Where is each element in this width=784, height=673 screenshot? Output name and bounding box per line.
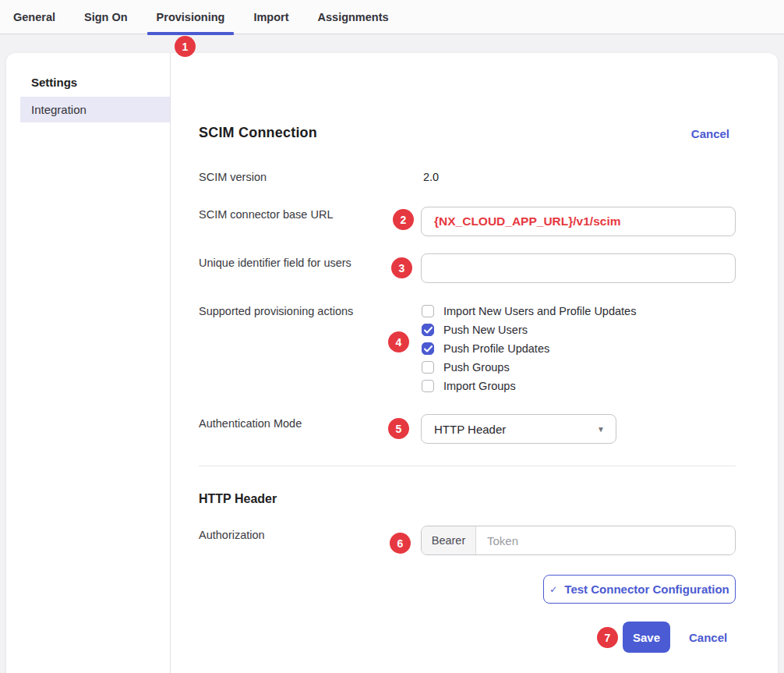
step-badge-1: 1: [175, 36, 196, 57]
checkbox-push-groups[interactable]: [422, 361, 434, 374]
step-badge-3: 3: [391, 257, 412, 278]
tab-provisioning[interactable]: Provisioning: [147, 0, 235, 34]
save-button[interactable]: Save: [623, 622, 670, 653]
token-input[interactable]: [476, 526, 735, 554]
checkbox-row-push-new-users[interactable]: Push New Users: [422, 321, 528, 339]
step-badge-6: 6: [390, 533, 411, 554]
test-connector-configuration-label: Test Connector Configuration: [564, 583, 729, 596]
provisioning-card: Settings Integration SCIM Connection Can…: [6, 53, 778, 673]
check-icon: [424, 327, 433, 334]
cancel-link-bottom[interactable]: Cancel: [689, 631, 727, 644]
scim-version-value: 2.0: [423, 171, 439, 183]
unique-id-label: Unique identifier field for users: [199, 257, 351, 269]
checkbox-row-push-groups[interactable]: Push Groups: [422, 358, 510, 377]
checkbox-label: Push Profile Updates: [443, 342, 549, 355]
scim-version-label: SCIM version: [199, 171, 267, 183]
checkbox-label: Push Groups: [443, 361, 510, 374]
sidebar-heading: Settings: [31, 76, 77, 89]
auth-mode-selected-value: HTTP Header: [434, 423, 506, 436]
check-icon: [424, 345, 433, 352]
tab-general[interactable]: General: [4, 0, 65, 34]
base-url-input[interactable]: [421, 207, 736, 236]
page-title: SCIM Connection: [199, 125, 317, 141]
provisioning-actions-label: Supported provisioning actions: [199, 305, 353, 317]
checkbox-push-new-users[interactable]: [422, 324, 434, 336]
unique-id-input[interactable]: [421, 253, 736, 283]
app-tab-bar: General Sign On Provisioning Import Assi…: [0, 0, 784, 34]
tab-assignments[interactable]: Assignments: [309, 0, 398, 34]
checkbox-row-push-profile-updates[interactable]: Push Profile Updates: [422, 339, 549, 358]
step-badge-7: 7: [597, 627, 618, 648]
cancel-link-top[interactable]: Cancel: [691, 127, 729, 140]
checkbox-row-import-new-users[interactable]: Import New Users and Profile Updates: [422, 302, 636, 321]
checkbox-label: Import Groups: [443, 380, 516, 392]
tab-sign-on[interactable]: Sign On: [75, 0, 137, 34]
checkbox-label: Push New Users: [443, 324, 528, 336]
authorization-label: Authorization: [199, 529, 265, 541]
auth-mode-select[interactable]: HTTP Header ▼: [421, 414, 616, 444]
http-header-heading: HTTP Header: [199, 492, 277, 506]
section-divider: [199, 466, 736, 466]
checkbox-import-groups[interactable]: [422, 380, 434, 392]
checkbox-label: Import New Users and Profile Updates: [443, 305, 636, 317]
checkbox-row-import-groups[interactable]: Import Groups: [422, 377, 516, 395]
authorization-input-group: Bearer: [421, 526, 736, 555]
sidebar-item-label: Integration: [31, 103, 87, 116]
checkbox-push-profile-updates[interactable]: [422, 342, 434, 355]
tab-import[interactable]: Import: [244, 0, 298, 34]
test-connector-configuration-button[interactable]: ✓ Test Connector Configuration: [543, 575, 736, 604]
auth-mode-label: Authentication Mode: [199, 417, 302, 430]
check-icon: ✓: [549, 584, 557, 595]
step-badge-4: 4: [388, 331, 409, 352]
step-badge-2: 2: [393, 209, 414, 230]
sidebar-divider: [170, 53, 171, 673]
chevron-down-icon: ▼: [597, 425, 605, 434]
sidebar-item-integration[interactable]: Integration: [20, 97, 170, 122]
checkbox-import-new-users[interactable]: [422, 305, 434, 317]
base-url-label: SCIM connector base URL: [199, 208, 333, 221]
bearer-prefix: Bearer: [422, 526, 476, 554]
step-badge-5: 5: [388, 418, 409, 439]
